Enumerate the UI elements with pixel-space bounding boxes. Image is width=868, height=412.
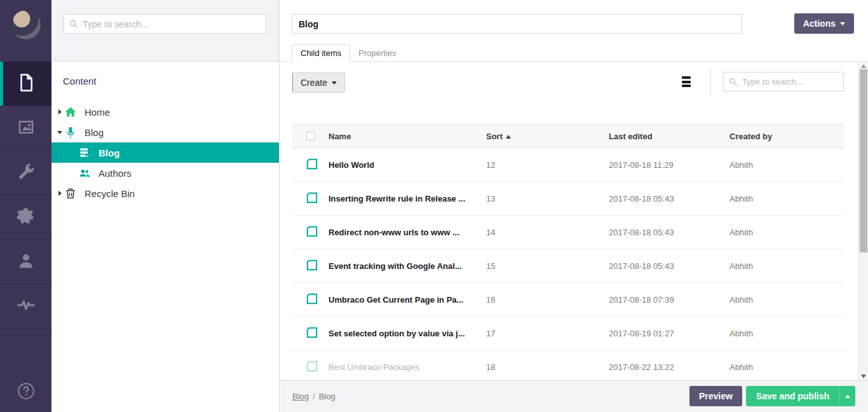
tab-properties[interactable]: Properties bbox=[350, 45, 404, 62]
editor-pane: Actions Child items Properties Create bbox=[280, 0, 868, 412]
sort-ascending-icon bbox=[506, 135, 511, 139]
tree-search-input[interactable] bbox=[83, 19, 261, 29]
tree-item-authors[interactable]: Authors bbox=[51, 163, 279, 183]
table-header-row: Name Sort Last edited Created by bbox=[292, 124, 844, 148]
chevron-down-icon bbox=[840, 22, 845, 25]
content-tree-panel: Content Home Blog Blog bbox=[51, 0, 280, 412]
actions-button-label: Actions bbox=[803, 18, 836, 29]
help-button[interactable] bbox=[0, 381, 51, 403]
list-view-area: Create Name Sort Last edited bbox=[280, 62, 858, 380]
table-row[interactable]: Umbraco Get Current Page in Pa... 16 201… bbox=[292, 283, 844, 317]
column-header-last-edited[interactable]: Last edited bbox=[609, 132, 729, 141]
table-row[interactable]: Set selected option by value via j... 17… bbox=[292, 317, 844, 350]
scroll-up-arrow-icon[interactable] bbox=[861, 64, 866, 68]
caret-down-icon[interactable] bbox=[57, 131, 63, 134]
chevron-down-icon bbox=[332, 81, 337, 85]
tree-item-label: Authors bbox=[98, 168, 132, 179]
wrench-icon bbox=[17, 162, 36, 184]
preview-button[interactable]: Preview bbox=[689, 386, 742, 406]
help-icon bbox=[17, 381, 36, 403]
list-search-input[interactable] bbox=[742, 77, 838, 86]
microphone-icon bbox=[64, 126, 77, 139]
tree-item-label: Blog bbox=[85, 127, 104, 138]
table-row[interactable]: Event tracking with Google Anal... 15 20… bbox=[292, 249, 844, 283]
rail-item-users[interactable] bbox=[0, 240, 51, 284]
home-icon bbox=[64, 106, 77, 118]
tree-search-box[interactable] bbox=[64, 14, 266, 34]
search-icon bbox=[69, 20, 78, 29]
search-icon bbox=[729, 78, 738, 86]
content-note-icon bbox=[306, 293, 318, 305]
tab-bar: Child items Properties bbox=[292, 45, 405, 62]
pulse-icon bbox=[17, 296, 36, 317]
save-split-button: Save and publish bbox=[746, 386, 855, 406]
people-icon bbox=[78, 167, 91, 179]
table-row[interactable]: Redirect non-www urls to www ... 14 2017… bbox=[292, 216, 844, 249]
user-icon bbox=[17, 251, 36, 273]
scroll-down-arrow-icon[interactable] bbox=[861, 374, 866, 378]
caret-right-icon[interactable] bbox=[57, 191, 63, 196]
tree-item-label: Recycle Bin bbox=[85, 188, 135, 199]
breadcrumb-link-blog[interactable]: Blog bbox=[292, 392, 309, 401]
tree-item-label: Blog bbox=[98, 148, 119, 158]
trash-icon bbox=[64, 187, 77, 200]
tree-section-heading: Content bbox=[63, 76, 97, 86]
rail-item-content[interactable] bbox=[0, 62, 51, 106]
save-and-publish-button[interactable]: Save and publish bbox=[746, 386, 839, 406]
table-row-unpublished[interactable]: Best Umbraco Packages 18 2017-08-22 13:2… bbox=[292, 350, 844, 384]
rail-item-developer[interactable] bbox=[0, 195, 51, 240]
page-title-input[interactable] bbox=[292, 14, 742, 34]
breadcrumb: Blog/Blog bbox=[292, 392, 336, 401]
editor-footer: Blog/Blog Preview Save and publish bbox=[280, 380, 868, 412]
vertical-scrollbar[interactable] bbox=[858, 62, 868, 380]
select-all-checkbox[interactable] bbox=[306, 132, 315, 141]
scrollbar-thumb[interactable] bbox=[860, 69, 867, 252]
app-rail bbox=[0, 0, 51, 412]
chevron-up-icon bbox=[845, 395, 850, 398]
tab-child-items[interactable]: Child items bbox=[292, 45, 350, 62]
rail-item-settings[interactable] bbox=[0, 151, 51, 195]
content-note-icon bbox=[306, 327, 318, 338]
toolbar-divider bbox=[710, 69, 711, 95]
column-header-name[interactable]: Name bbox=[329, 132, 486, 141]
list-toolbar: Create bbox=[280, 62, 858, 102]
user-avatar[interactable] bbox=[11, 10, 41, 39]
content-note-icon bbox=[306, 158, 318, 170]
table-row[interactable]: Hello World 12 2017-08-18 11:29 Abhith bbox=[292, 148, 844, 182]
editor-header: Actions Child items Properties bbox=[280, 0, 868, 62]
content-note-icon bbox=[306, 259, 318, 271]
child-items-table: Name Sort Last edited Created by Hello W… bbox=[292, 124, 844, 384]
list-icon bbox=[78, 146, 91, 159]
breadcrumb-current: Blog bbox=[319, 392, 336, 401]
tree-search-area bbox=[51, 0, 279, 62]
actions-button[interactable]: Actions bbox=[794, 13, 854, 34]
tree-item-label: Home bbox=[85, 107, 110, 118]
content-note-icon bbox=[306, 192, 318, 203]
gear-icon bbox=[17, 207, 36, 228]
column-header-created-by[interactable]: Created by bbox=[729, 132, 844, 141]
media-icon bbox=[17, 118, 36, 139]
tree-item-blog-child-selected[interactable]: Blog bbox=[51, 142, 279, 163]
table-row[interactable]: Inserting Rewrite rule in Release ... 13… bbox=[292, 182, 844, 216]
list-search-box[interactable] bbox=[723, 72, 844, 92]
save-options-toggle[interactable] bbox=[839, 386, 855, 406]
create-button[interactable]: Create bbox=[292, 72, 345, 93]
content-note-icon bbox=[306, 226, 318, 237]
rail-item-media[interactable] bbox=[0, 106, 51, 151]
list-layout-icon[interactable] bbox=[682, 76, 691, 87]
caret-right-icon[interactable] bbox=[57, 109, 63, 114]
column-header-sort[interactable]: Sort bbox=[486, 132, 609, 141]
tree-item-blog[interactable]: Blog bbox=[51, 122, 279, 142]
tree-item-home[interactable]: Home bbox=[51, 102, 279, 122]
tree-item-recycle-bin[interactable]: Recycle Bin bbox=[51, 183, 279, 203]
rail-item-health[interactable] bbox=[0, 284, 51, 329]
content-note-icon bbox=[306, 360, 318, 372]
create-button-label: Create bbox=[301, 78, 327, 88]
document-icon bbox=[17, 73, 36, 95]
